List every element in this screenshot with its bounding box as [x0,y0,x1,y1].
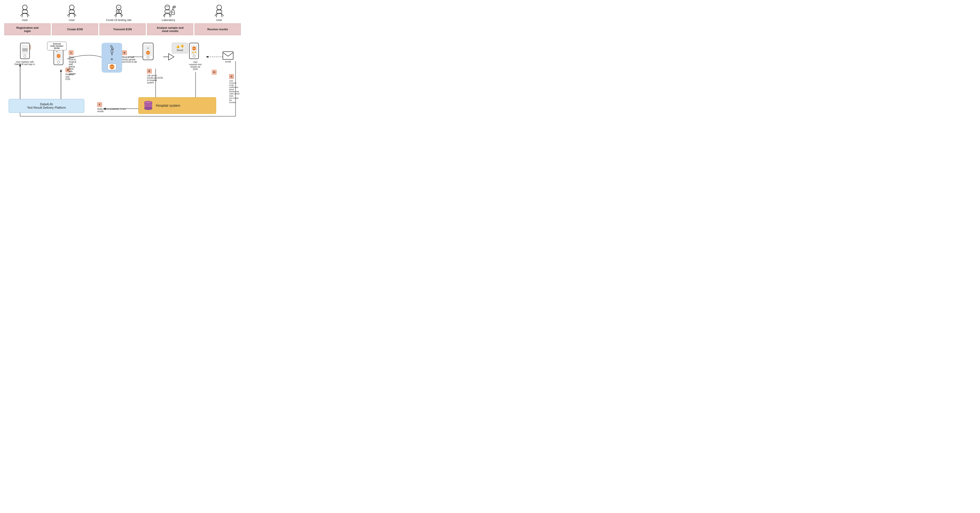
hospital-box-area: Hospital system [138,97,216,114]
step-A-desc: User registers with Data4Life and logs i… [14,61,36,65]
svg-point-22 [172,12,173,13]
email-icon [223,51,234,60]
svg-point-23 [173,13,173,13]
result-area: 👍 👎 Result [172,43,188,53]
lab-phone: + EON [143,43,153,60]
phone3: EON 👍 👎 [189,43,199,59]
swimlane-transmit-eon: Transmit EON [99,23,146,35]
actor-laboratory-label: Laboratory [162,18,175,22]
phone1 [20,43,30,59]
step-E-badge: E [147,69,152,73]
phone1-area: A User registers with Data4Life and logs… [14,43,36,65]
step-D-desc: Medical staff sends sample and EON to la… [122,56,137,63]
step-G-badge: G [229,74,234,79]
eon-badge-phone2: EON [57,54,60,58]
sim-card: EON [108,64,116,70]
step-G-area: G User receives email notification about… [229,74,241,103]
actor-laboratory: Laboratory [145,4,192,22]
eon-badge-sim: EON [110,64,115,69]
covid-site-icon [112,4,126,18]
pipette-icon [109,45,115,55]
svg-line-18 [164,13,165,17]
user3-icon [213,4,225,18]
user2-icon [66,4,78,18]
svg-point-17 [165,5,170,10]
actor-user2-label: User [69,18,75,22]
email-label: email [225,60,231,63]
step-C-badge: C [69,50,73,55]
actor-user3: User [197,4,241,22]
lab-phone-area: + EON [143,43,153,61]
svg-point-27 [217,5,221,10]
database-icon [144,101,153,110]
laboratory-icon [161,4,177,18]
step-D-area: D Medical staff sends sample and EON to … [122,50,137,63]
svg-point-51 [145,107,152,110]
email-area: email [223,51,234,63]
step-E-area: E Lab sends results and EON to hospital … [147,69,163,84]
actor-user3-label: User [216,18,222,22]
hospital-box: Hospital system [138,97,216,114]
svg-rect-15 [116,10,121,13]
result-label: Result [173,49,187,51]
svg-rect-20 [165,10,170,13]
eon-badge-phone3: EON [192,46,196,50]
eon-callout: External Order Number (EON) [47,42,67,50]
phone3-area: EON 👍 👎 User requests test results via E… [189,43,202,70]
d4l-box: Data4Life Test Result Delivery Platform [9,99,84,113]
step-C-desc: Show EON to medical staff, linking EON w… [69,56,76,75]
svg-rect-48 [223,52,233,59]
swimlane-create-eon: Create EON [52,23,98,35]
svg-point-47 [111,54,113,55]
svg-point-6 [69,5,74,10]
result-box: 👍 👎 Result [172,43,188,53]
svg-point-52 [145,101,152,104]
swimlane-receive: Receive results [194,23,241,35]
diagram: User User [4,4,241,124]
step-H-badge: H [212,70,216,75]
actor-covid-site: Covid-19 testing site [99,4,139,22]
eon-badge-lab: EON [146,51,150,55]
svg-rect-30 [216,10,222,13]
actor-user1: User [4,4,45,22]
actor-covid-site-label: Covid-19 testing site [106,18,132,22]
step-H-text: User requests test results via EON [189,61,202,70]
step-C-area: C Show EON to medical staff, linking EON… [69,50,76,75]
step-F-area: F Notify about availability of test resu… [97,102,127,113]
step-D-badge: D [122,50,127,55]
content-area: A User registers with Data4Life and logs… [4,38,241,118]
transmit-area: + EON [102,43,122,73]
svg-point-0 [22,5,27,10]
phone2-area: External Order Number (EON) EON B Reques… [54,43,63,65]
user1-icon [19,4,31,18]
swimlane-registration: Registration and login [4,23,51,35]
step-F-desc: Notify about availability of test result… [97,108,127,113]
swimlane-analyze: Analyze sample and send results [147,23,193,35]
svg-rect-46 [111,49,113,53]
step-E-desc: Lab sends results and EON to hospital sy… [147,74,163,84]
swimlane-headers: Registration and login Create EON Transm… [4,23,241,35]
phone2: EON [54,49,63,65]
svg-rect-9 [69,10,74,13]
svg-rect-3 [22,10,27,13]
step-G-desc: User receives email notification about f… [229,80,241,103]
d4l-box-area: Data4Life Test Result Delivery Platform [9,99,84,113]
blue-transmit-box: + EON [102,43,122,73]
step-F-badge: F [97,102,102,107]
step-H-area: H [212,70,216,75]
svg-point-16 [118,11,119,12]
actor-user1-label: User [22,18,28,22]
actor-user2: User [51,4,92,22]
svg-line-19 [169,13,170,17]
